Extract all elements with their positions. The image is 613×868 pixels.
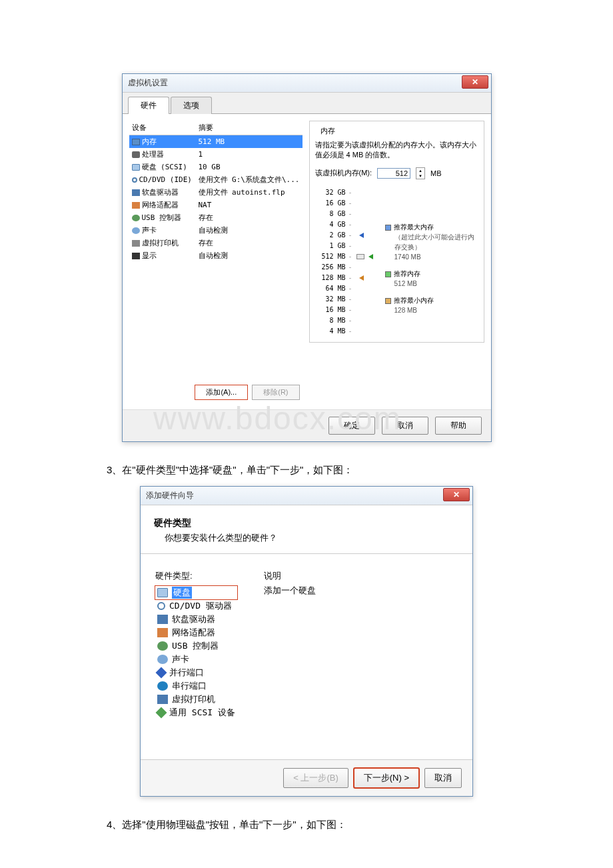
- printer-icon: [132, 240, 140, 247]
- memory-scale: 32 GB- 16 GB- 8 GB- 4 GB- 2 GB- 1 GB- 51…: [315, 187, 373, 337]
- tabs: 硬件 选项: [123, 93, 491, 114]
- wizard-title: 添加硬件向导: [146, 490, 194, 501]
- device-list-panel: 设备 摘要 内存 512 MB 处理器 1 硬盘 (SCSI) 10 GB: [129, 121, 303, 403]
- memory-input-label: 该虚拟机内存(M):: [315, 168, 372, 178]
- device-row-display[interactable]: 显示 自动检测: [129, 249, 303, 262]
- network-icon: [157, 628, 168, 637]
- printer-icon: [157, 695, 168, 704]
- tab-hardware[interactable]: 硬件: [128, 97, 169, 114]
- cd-icon: [132, 177, 137, 183]
- wizard-close-button[interactable]: ✕: [443, 488, 470, 501]
- legend-min-icon: [385, 298, 391, 304]
- device-row-cd[interactable]: CD/DVD (IDE) 使用文件 G:\系统盘文件\...: [129, 173, 303, 186]
- hardware-list: 硬盘 CD/DVD 驱动器 软盘驱动器 网络适配器 USB 控制器 声卡 并行端…: [155, 586, 237, 719]
- scsi-icon: [156, 707, 167, 719]
- memory-legends: 推荐最大内存 （超过此大小可能会进行内存交换） 1740 MB 推荐内存 512…: [385, 187, 478, 337]
- floppy-icon: [132, 189, 140, 196]
- parallel-icon: [156, 667, 167, 679]
- sound-icon: [157, 655, 168, 664]
- add-hardware-wizard: 添加硬件向导 ✕ 硬件类型 你想要安装什么类型的硬件？ 硬件类型: 硬盘 CD/…: [140, 486, 473, 797]
- memory-icon: [132, 139, 140, 145]
- cd-icon: [157, 602, 165, 610]
- step3-text: 3、在"硬件类型"中选择"硬盘"，单击"下一步"，如下图：: [107, 462, 520, 478]
- device-row-cpu[interactable]: 处理器 1: [129, 148, 303, 161]
- sound-icon: [132, 227, 140, 234]
- hardware-list-label: 硬件类型:: [155, 570, 237, 582]
- serial-icon: [157, 681, 168, 691]
- device-row-printer[interactable]: 虚拟打印机 存在: [129, 237, 303, 249]
- description-text: 添加一个硬盘: [264, 585, 458, 597]
- memory-unit: MB: [430, 169, 442, 177]
- hw-item-parallel[interactable]: 并行端口: [155, 666, 237, 679]
- remove-button[interactable]: 移除(R): [252, 385, 299, 400]
- hw-item-floppy[interactable]: 软盘驱动器: [155, 613, 237, 626]
- hw-item-usb[interactable]: USB 控制器: [155, 639, 237, 653]
- tab-options[interactable]: 选项: [171, 97, 212, 114]
- usb-icon: [132, 215, 140, 221]
- device-row-network[interactable]: 网络适配器 NAT: [129, 199, 303, 211]
- watermark: www.bdocx.com: [153, 400, 402, 437]
- device-row-floppy[interactable]: 软盘驱动器 使用文件 autoinst.flp: [129, 186, 303, 199]
- add-button[interactable]: 添加(A)...: [195, 385, 248, 400]
- help-button[interactable]: 帮助: [435, 417, 482, 435]
- hw-item-network[interactable]: 网络适配器: [155, 626, 237, 639]
- marker-max-icon: [359, 233, 364, 238]
- close-button[interactable]: ✕: [462, 75, 488, 89]
- vm-settings-dialog: 虚拟机设置 ✕ 硬件 选项 设备 摘要 内存 512 MB 处: [122, 73, 492, 442]
- legend-max-icon: [385, 225, 391, 231]
- col-device: 设备: [132, 123, 199, 133]
- device-row-usb[interactable]: USB 控制器 存在: [129, 211, 303, 224]
- col-summary: 摘要: [199, 123, 213, 133]
- hw-item-serial[interactable]: 串行端口: [155, 679, 237, 693]
- device-row-memory[interactable]: 内存 512 MB: [129, 135, 303, 148]
- memory-input[interactable]: [377, 168, 410, 179]
- wizard-cancel-button[interactable]: 取消: [424, 768, 462, 788]
- memory-description: 请指定要为该虚拟机分配的内存大小。该内存大小值必须是 4 MB 的倍数。: [315, 140, 478, 161]
- hw-item-scsi[interactable]: 通用 SCSI 设备: [155, 706, 237, 719]
- marker-min-icon: [359, 275, 364, 281]
- hw-item-sound[interactable]: 声卡: [155, 653, 237, 666]
- back-button[interactable]: < 上一步(B): [283, 768, 348, 788]
- disk-icon: [132, 164, 140, 171]
- slider-handle[interactable]: [356, 254, 364, 259]
- wizard-titlebar: 添加硬件向导 ✕: [141, 487, 472, 505]
- floppy-icon: [157, 615, 168, 624]
- memory-panel: 内存 请指定要为该虚拟机分配的内存大小。该内存大小值必须是 4 MB 的倍数。 …: [309, 121, 484, 403]
- usb-icon: [157, 641, 168, 651]
- wizard-subtitle: 你想要安装什么类型的硬件？: [165, 532, 459, 544]
- display-icon: [132, 253, 140, 259]
- device-row-disk[interactable]: 硬盘 (SCSI) 10 GB: [129, 161, 303, 173]
- titlebar: 虚拟机设置 ✕: [123, 74, 491, 93]
- legend-rec-icon: [385, 271, 391, 277]
- next-button[interactable]: 下一步(N) >: [354, 768, 419, 788]
- step4-text: 4、选择"使用物理磁盘"按钮，单击"下一步"，如下图：: [107, 817, 520, 833]
- spinner-buttons[interactable]: ▲▼: [416, 167, 425, 179]
- hw-item-disk[interactable]: 硬盘: [155, 586, 237, 599]
- description-label: 说明: [264, 570, 458, 582]
- hw-item-cd[interactable]: CD/DVD 驱动器: [155, 599, 237, 613]
- disk-icon: [157, 588, 168, 597]
- wizard-header: 硬件类型: [154, 517, 459, 529]
- hw-item-printer[interactable]: 虚拟打印机: [155, 693, 237, 706]
- marker-rec-icon: [368, 254, 373, 259]
- network-icon: [132, 202, 140, 209]
- dialog-title: 虚拟机设置: [128, 77, 168, 89]
- device-row-sound[interactable]: 声卡 自动检测: [129, 224, 303, 237]
- cpu-icon: [132, 151, 140, 158]
- memory-fieldset-title: 内存: [318, 126, 338, 136]
